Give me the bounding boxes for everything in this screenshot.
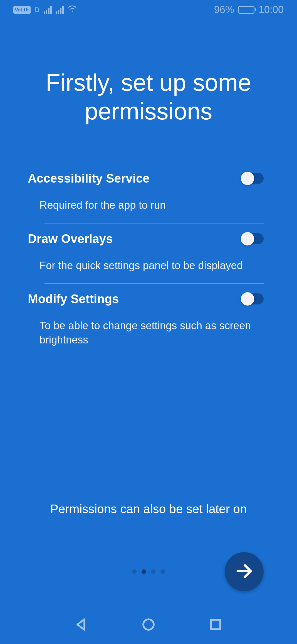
status-bar: VoLTE D 96% 10:00 [0, 0, 297, 19]
next-button[interactable] [225, 552, 264, 591]
permission-description: For the quick settings panel to be displ… [28, 259, 264, 273]
permission-item-draw-overlays[interactable]: Draw Overlays For the quick settings pan… [28, 223, 264, 283]
page-dot-3 [160, 569, 165, 574]
volte-badge: VoLTE [13, 6, 31, 14]
clock: 10:00 [259, 4, 284, 16]
page-title: Firstly, set up some permissions [11, 68, 286, 126]
footer-note: Permissions can also be set later on [11, 502, 286, 516]
wifi-icon [68, 4, 77, 16]
permission-item-modify-settings[interactable]: Modify Settings To be able to change set… [28, 284, 264, 358]
battery-icon [238, 6, 254, 14]
pager-row [11, 549, 286, 594]
page-dot-2 [151, 569, 155, 574]
toggle-draw-overlays[interactable] [241, 233, 264, 244]
svg-point-0 [143, 619, 154, 630]
arrow-right-icon [234, 561, 254, 582]
nav-recent-button[interactable] [208, 617, 223, 632]
signal-icon-1 [44, 6, 52, 14]
sim-indicator: D [34, 6, 40, 14]
page-indicator [132, 569, 165, 574]
permission-name: Modify Settings [28, 292, 233, 306]
signal-icon-2 [56, 6, 64, 14]
nav-back-button[interactable] [74, 617, 89, 632]
svg-rect-1 [211, 620, 220, 629]
permission-name: Accessibility Service [28, 171, 233, 185]
permission-description: Required for the app to run [28, 198, 264, 212]
permission-name: Draw Overlays [28, 232, 233, 246]
nav-home-button[interactable] [141, 617, 156, 632]
toggle-modify-settings[interactable] [241, 293, 264, 304]
toggle-accessibility[interactable] [241, 173, 264, 184]
battery-percent: 96% [214, 4, 234, 16]
permission-description: To be able to change settings such as sc… [28, 319, 264, 347]
permission-item-accessibility[interactable]: Accessibility Service Required for the a… [28, 163, 264, 223]
navigation-bar [0, 605, 297, 644]
page-dot-1 [142, 569, 146, 574]
page-dot-0 [132, 569, 137, 574]
permission-list: Accessibility Service Required for the a… [11, 163, 286, 358]
